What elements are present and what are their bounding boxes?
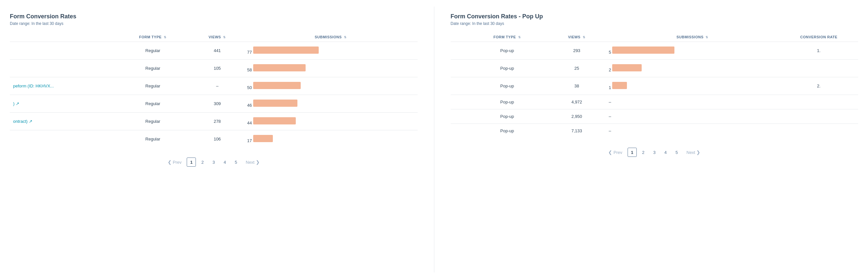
left-row-views: 309 xyxy=(191,95,244,113)
col-views-left[interactable]: VIEWS ⇅ xyxy=(191,32,244,42)
sort-icon-form-type-left: ⇅ xyxy=(164,36,167,39)
right-row-submissions: – xyxy=(606,95,780,110)
right-panel: Form Conversion Rates - Pop Up Date rang… xyxy=(444,6,865,273)
right-table-row: Pop-up4,972– xyxy=(451,95,859,110)
col-form-type-left[interactable]: FORM TYPE ⇅ xyxy=(115,32,191,42)
right-prev-chevron: ❮ xyxy=(608,150,612,155)
left-row-submissions: 58 xyxy=(244,60,417,77)
right-row-type: Pop-up xyxy=(466,124,548,138)
right-row-name xyxy=(451,77,466,95)
col-submissions-left[interactable]: SUBMISSIONS ⇅ xyxy=(244,32,417,42)
right-prev-btn[interactable]: ❮ Prev xyxy=(605,148,626,157)
right-next-chevron: ❯ xyxy=(696,150,700,155)
bar-chart xyxy=(612,46,675,54)
right-row-views: 293 xyxy=(548,42,606,60)
right-row-submissions: 5 xyxy=(606,42,780,60)
bar-chart xyxy=(253,64,306,71)
left-row-views: 106 xyxy=(191,130,244,148)
sort-icon-views-left: ⇅ xyxy=(223,36,226,39)
left-prev-btn[interactable]: ❮ Prev xyxy=(164,157,185,167)
left-next-btn[interactable]: Next ❯ xyxy=(242,157,263,167)
page-wrapper: Form Conversion Rates Date range: In the… xyxy=(0,0,868,279)
right-table-row: Pop-up2,950– xyxy=(451,110,859,124)
left-page-2[interactable]: 2 xyxy=(198,157,207,167)
left-table-row: ) ↗Regular30946 xyxy=(10,95,417,113)
right-table-row: Pop-up381 2. xyxy=(451,77,859,95)
left-row-submissions: 77 xyxy=(244,42,417,60)
right-row-conversion: 1. xyxy=(780,42,858,60)
left-page-4[interactable]: 4 xyxy=(220,157,229,167)
right-row-submissions: 1 xyxy=(606,77,780,95)
sort-icon-form-type-right: ⇅ xyxy=(518,36,521,39)
right-row-views: 4,972 xyxy=(548,95,606,110)
bar-chart xyxy=(612,82,627,89)
right-row-views: 38 xyxy=(548,77,606,95)
col-name-left xyxy=(10,32,115,42)
left-row-name xyxy=(10,60,115,77)
col-submissions-right[interactable]: SUBMISSIONS ⇅ xyxy=(606,32,780,42)
left-pagination: ❮ Prev 1 2 3 4 5 Next ❯ xyxy=(10,154,417,170)
right-row-conversion xyxy=(780,95,858,110)
right-row-views: 25 xyxy=(548,60,606,77)
right-row-name xyxy=(451,42,466,60)
left-row-submissions: 46 xyxy=(244,95,417,113)
left-row-views: 105 xyxy=(191,60,244,77)
right-row-conversion: 2. xyxy=(780,77,858,95)
right-row-type: Pop-up xyxy=(466,110,548,124)
left-row-submissions: 44 xyxy=(244,113,417,130)
bar-chart xyxy=(612,64,642,71)
left-table-row: Regular44177 xyxy=(10,42,417,60)
right-row-submissions: – xyxy=(606,124,780,138)
col-name-right xyxy=(451,32,466,42)
right-row-name xyxy=(451,95,466,110)
bar-chart xyxy=(253,117,296,124)
left-row-name xyxy=(10,42,115,60)
right-page-5[interactable]: 5 xyxy=(672,148,681,157)
left-panel-table: FORM TYPE ⇅ VIEWS ⇅ SUBMISSIONS ⇅ Regula… xyxy=(10,32,417,148)
right-row-type: Pop-up xyxy=(466,42,548,60)
right-row-conversion xyxy=(780,60,858,77)
left-table-row: ontract) ↗Regular27844 xyxy=(10,113,417,130)
left-row-type: Regular xyxy=(115,113,191,130)
bar-chart xyxy=(253,135,273,142)
right-page-4[interactable]: 4 xyxy=(661,148,670,157)
right-page-2[interactable]: 2 xyxy=(639,148,648,157)
left-row-name: ) ↗ xyxy=(10,95,115,113)
right-table-row: Pop-up7,133– xyxy=(451,124,859,138)
left-row-type: Regular xyxy=(115,42,191,60)
col-conversion-rate-right[interactable]: CONVERSION RATE xyxy=(780,32,858,42)
right-row-type: Pop-up xyxy=(466,77,548,95)
left-page-3[interactable]: 3 xyxy=(209,157,218,167)
right-row-conversion xyxy=(780,124,858,138)
right-next-btn[interactable]: Next ❯ xyxy=(683,148,704,157)
left-row-type: Regular xyxy=(115,95,191,113)
sort-icon-submissions-left: ⇅ xyxy=(344,36,347,39)
right-table-row: Pop-up2935 1. xyxy=(451,42,859,60)
left-prev-chevron: ❮ xyxy=(168,159,172,165)
left-row-name: ontract) ↗ xyxy=(10,113,115,130)
left-row-name: peform (ID: HKHVX... xyxy=(10,77,115,95)
right-panel-table: FORM TYPE ⇅ VIEWS ⇅ SUBMISSIONS ⇅ CONVER… xyxy=(451,32,859,138)
left-row-submissions: 50 xyxy=(244,77,417,95)
left-table-row: Regular10617 xyxy=(10,130,417,148)
sort-icon-views-right: ⇅ xyxy=(583,36,586,39)
left-next-chevron: ❯ xyxy=(256,159,260,165)
left-table-row: Regular10558 xyxy=(10,60,417,77)
right-row-views: 2,950 xyxy=(548,110,606,124)
bar-chart xyxy=(253,99,298,107)
col-views-right[interactable]: VIEWS ⇅ xyxy=(548,32,606,42)
right-row-type: Pop-up xyxy=(466,95,548,110)
bar-chart xyxy=(253,46,319,54)
left-panel-date-range: Date range: In the last 30 days xyxy=(10,21,417,26)
right-row-views: 7,133 xyxy=(548,124,606,138)
left-row-submissions: 17 xyxy=(244,130,417,148)
left-page-5[interactable]: 5 xyxy=(231,157,241,167)
right-page-3[interactable]: 3 xyxy=(650,148,659,157)
right-row-name xyxy=(451,60,466,77)
right-row-conversion xyxy=(780,110,858,124)
right-page-1[interactable]: 1 xyxy=(627,148,637,157)
right-row-submissions: 2 xyxy=(606,60,780,77)
right-panel-date-range: Date range: In the last 30 days xyxy=(451,21,859,26)
col-form-type-right[interactable]: FORM TYPE ⇅ xyxy=(466,32,548,42)
left-page-1[interactable]: 1 xyxy=(187,157,196,167)
